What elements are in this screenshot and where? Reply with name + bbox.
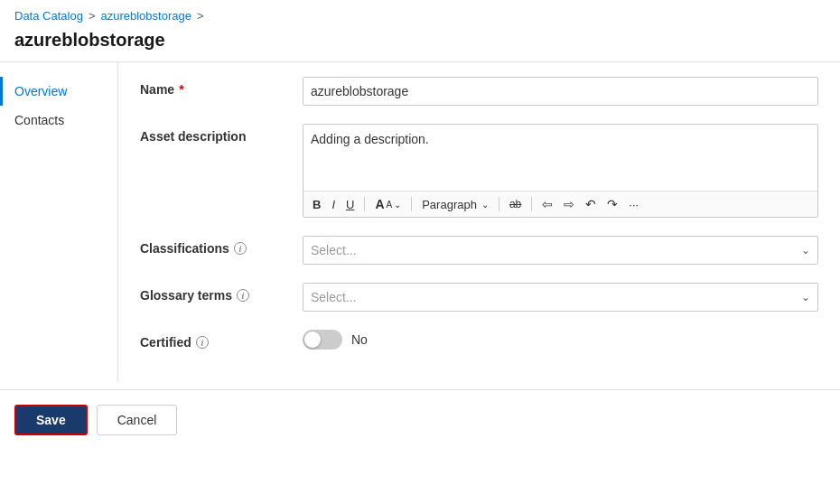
- classifications-info-icon: i: [234, 242, 247, 255]
- certified-toggle[interactable]: [303, 330, 342, 350]
- description-field-container: Adding a description. B I U A A: [303, 124, 818, 218]
- description-label: Asset description: [140, 124, 303, 144]
- indent-left-button[interactable]: ⇦: [538, 195, 556, 213]
- bold-button[interactable]: B: [309, 196, 324, 213]
- content-area: Name * Asset description Adding a descri…: [117, 62, 840, 382]
- sidebar-item-contacts-label: Contacts: [14, 113, 64, 127]
- glossary-terms-placeholder: Select...: [311, 290, 357, 304]
- glossary-terms-chevron-icon: ⌄: [801, 291, 810, 303]
- description-textarea[interactable]: Adding a description.: [303, 125, 817, 188]
- redo-button[interactable]: ↷: [603, 195, 621, 213]
- breadcrumb: Data Catalog > azureblobstorage >: [0, 0, 840, 26]
- toolbar-sep-4: [531, 197, 532, 211]
- certified-label: Certified i: [140, 330, 303, 350]
- glossary-terms-label: Glossary terms i: [140, 283, 303, 303]
- footer-buttons: Save Cancel: [0, 390, 840, 450]
- font-size-label: A: [375, 197, 384, 211]
- sidebar-item-contacts[interactable]: Contacts: [0, 106, 117, 135]
- breadcrumb-sep-2: >: [197, 9, 204, 23]
- paragraph-chevron: ⌄: [481, 200, 489, 210]
- breadcrumb-azureblobstorage[interactable]: azureblobstorage: [100, 9, 191, 23]
- classifications-row: Classifications i Select... ⌄: [140, 236, 818, 265]
- font-size-dropdown[interactable]: A A ⌄: [371, 195, 405, 213]
- toggle-container: No: [303, 330, 818, 350]
- indent-right-button[interactable]: ⇨: [560, 195, 578, 213]
- certified-value: No: [351, 332, 368, 347]
- glossary-terms-info-icon: i: [237, 289, 249, 302]
- description-box: Adding a description. B I U A A: [303, 124, 818, 218]
- main-layout: Overview Contacts Name * Asset descripti…: [0, 62, 840, 382]
- toolbar-sep-1: [364, 197, 365, 211]
- name-required: *: [179, 82, 183, 97]
- italic-button[interactable]: I: [328, 196, 339, 213]
- classifications-label: Classifications i: [140, 236, 303, 256]
- glossary-terms-field-container: Select... ⌄: [303, 283, 818, 312]
- undo-button[interactable]: ↶: [582, 195, 600, 213]
- glossary-terms-row: Glossary terms i Select... ⌄: [140, 283, 818, 312]
- breadcrumb-sep-1: >: [89, 9, 96, 23]
- font-size-chevron: ⌄: [394, 200, 401, 210]
- certified-row: Certified i No: [140, 330, 818, 350]
- paragraph-label: Paragraph: [422, 198, 477, 211]
- sidebar-item-overview-label: Overview: [14, 84, 67, 98]
- classifications-dropdown[interactable]: Select... ⌄: [303, 236, 818, 265]
- name-field-container: [303, 77, 818, 106]
- toolbar-sep-3: [499, 197, 499, 211]
- classifications-chevron-icon: ⌄: [801, 244, 810, 257]
- description-row: Asset description Adding a description. …: [140, 124, 818, 218]
- certified-info-icon: i: [196, 336, 209, 349]
- classifications-field-container: Select... ⌄: [303, 236, 818, 265]
- breadcrumb-datacatalog[interactable]: Data Catalog: [14, 9, 83, 23]
- page-title: azureblobstorage: [0, 26, 840, 61]
- sidebar: Overview Contacts: [0, 62, 117, 382]
- description-toolbar: B I U A A ⌄: [303, 191, 817, 217]
- glossary-terms-dropdown[interactable]: Select... ⌄: [303, 283, 818, 312]
- paragraph-dropdown[interactable]: Paragraph ⌄: [418, 196, 492, 213]
- name-input[interactable]: [303, 77, 818, 106]
- toolbar-sep-2: [411, 197, 412, 211]
- font-size-small: A: [387, 200, 393, 210]
- cancel-button[interactable]: Cancel: [97, 405, 178, 435]
- underline-button[interactable]: U: [342, 196, 358, 213]
- name-label: Name *: [140, 77, 303, 97]
- certified-control: No: [303, 330, 818, 350]
- more-button[interactable]: ···: [625, 196, 642, 213]
- save-button[interactable]: Save: [14, 405, 88, 435]
- name-row: Name *: [140, 77, 818, 106]
- classifications-placeholder: Select...: [311, 243, 357, 257]
- toggle-thumb: [304, 331, 321, 348]
- strikethrough-button[interactable]: ab: [506, 196, 525, 212]
- sidebar-item-overview[interactable]: Overview: [0, 77, 117, 106]
